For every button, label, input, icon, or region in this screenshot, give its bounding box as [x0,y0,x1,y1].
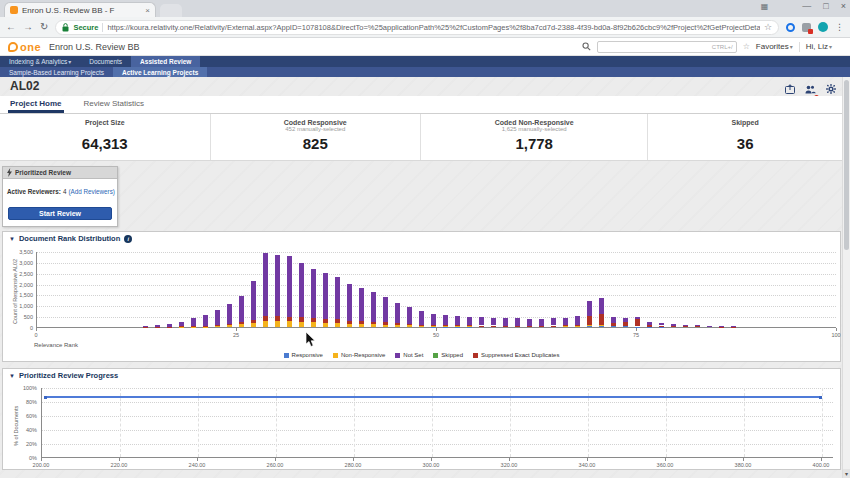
extension-badged-icon[interactable] [802,23,811,32]
bar-segment-responsive [575,326,580,327]
subnav-item-active-learning-projects[interactable]: Active Learning Projects [113,67,207,77]
back-button[interactable]: ← [6,22,16,32]
bar-segment-not-set [671,324,676,326]
bar-segment-non-responsive [251,323,256,327]
logo-glyph-icon [8,42,18,52]
bar-segment-suppressed-exact-duplicates [467,325,472,326]
bar-segment-responsive [587,325,592,327]
bar-segment-non-responsive [371,324,376,327]
browser-tab[interactable]: Enron U.S. Review BB - F × [4,2,156,17]
gear-icon[interactable] [826,84,836,94]
bar-segment-responsive [527,326,532,327]
prioritized-review-title: Prioritized Review [15,169,71,176]
x-tick-label: 0 [21,332,51,338]
bookmark-star-icon[interactable]: ☆ [764,22,772,32]
bar-segment-suppressed-exact-duplicates [215,325,220,326]
chevron-down-icon: ▾ [829,44,832,50]
secure-label: Secure [73,23,98,32]
bar-segment-not-set [239,296,244,322]
export-icon[interactable] [785,84,795,94]
maximize-button[interactable]: □ [823,1,828,11]
nav-item-documents[interactable]: Documents [80,56,131,67]
chevron-down-icon: ▾ [68,58,71,65]
new-tab-button[interactable] [160,4,182,17]
bar-segment-not-set [635,317,640,319]
stat-label: Project Size [85,119,125,126]
bar-segment-not-set [683,325,688,326]
vertical-scrollbar[interactable]: ▾ [842,77,850,478]
bar-segment-suppressed-exact-duplicates [287,317,292,322]
bar-segment-suppressed-exact-duplicates [707,326,712,327]
bar-segment-suppressed-exact-duplicates [275,316,280,321]
tab-review-statistics[interactable]: Review Statistics [82,96,146,113]
bar-segment-suppressed-exact-duplicates [263,316,268,321]
legend-swatch [395,353,400,358]
page-title: AL02 [10,79,39,93]
x-tick [587,458,588,461]
bar-segment-non-responsive [395,325,400,327]
omnibox-divider [102,23,103,32]
apps-icon: ▦ [761,2,769,11]
stat-label: Skipped [732,119,759,126]
bar-segment-not-set [695,325,700,326]
bar-segment-non-responsive [227,325,232,327]
nav-item-indexing-analytics[interactable]: Indexing & Analytics▾ [0,56,80,67]
search-icon[interactable] [582,42,591,51]
prioritized-review-header[interactable]: Prioritized Review [3,167,117,179]
bar-segment-suppressed-exact-duplicates [371,322,376,324]
tab-close-icon[interactable]: × [145,6,150,15]
nav-item-assisted-review[interactable]: Assisted Review [131,56,200,67]
x-tick-label: 75 [621,332,651,338]
x-tick-label: 320.00 [494,462,524,468]
bar-segment-not-set [323,273,328,319]
stat-label: Coded Responsive [284,119,347,126]
legend-label: Skipped [441,352,463,358]
url-omnibox[interactable]: Secure https://koura.relativity.one/Rela… [55,20,779,35]
document-rank-distribution-card: ▼ Document Rank Distribution i Count of … [2,231,841,362]
minimize-button[interactable]: — [802,1,811,11]
bar-segment-not-set [563,318,568,326]
x-tick-label: 340.00 [572,462,602,468]
close-window-button[interactable]: × [841,1,846,11]
y-tick-label: 20% [9,441,37,447]
x-tick [431,458,432,461]
x-tick-label: 240.00 [182,462,212,468]
search-shortcut-hint: CTRL+/ [712,44,733,50]
browser-menu-icon[interactable]: ⋮ [835,22,844,32]
user-menu[interactable]: Hi, Liz▾ [806,42,832,51]
subnav-item-sample-based-learning-projects[interactable]: Sample-Based Learning Projects [0,67,113,77]
bar-segment-non-responsive [455,326,460,327]
refresh-button[interactable]: ↻ [40,22,48,32]
bar-segment-suppressed-exact-duplicates [455,325,460,326]
bar-segment-not-set [371,292,376,322]
x-tick [665,458,666,461]
scrollbar-thumb[interactable] [844,80,849,250]
y-tick-label: 3,000 [5,260,33,266]
y-tick-label: 500 [5,314,33,320]
x-tick-label: 200.00 [26,462,56,468]
add-reviewers-link[interactable]: (Add Reviewers) [68,188,115,195]
bar-segment-suppressed-exact-duplicates [551,326,556,327]
chart-legend: ResponsiveNon-ResponsiveNot SetSkippedSu… [3,352,840,358]
bar-segment-not-set [491,318,496,326]
progress-line [44,396,822,398]
bar-segment-responsive [611,326,616,327]
extension-ring-icon[interactable] [786,23,795,32]
relativity-one-logo[interactable]: one [8,41,41,53]
tab-project-home[interactable]: Project Home [8,96,64,113]
active-reviewers-label: Active Reviewers: [7,188,61,195]
quick-search-input[interactable]: CTRL+/ [597,41,737,53]
bar-segment-suppressed-exact-duplicates [695,326,700,327]
x-tick-label: 220.00 [104,462,134,468]
relativity-top-bar: one Enron U.S. Review BB CTRL+/ ☆ Favori… [0,38,850,56]
scroll-down-arrow[interactable]: ▾ [843,469,850,478]
bar-segment-suppressed-exact-duplicates [407,324,412,325]
stat-coded-responsive: Coded Responsive452 manually-selected825 [211,114,422,160]
forward-button[interactable]: → [23,22,33,32]
bar-segment-responsive [479,326,484,327]
bar-segment-non-responsive [215,326,220,327]
start-review-button[interactable]: Start Review [8,207,112,220]
extension-globe-icon[interactable] [818,22,828,32]
bar-segment-suppressed-exact-duplicates [539,326,544,327]
favorites-menu[interactable]: Favorites▾ [756,42,793,51]
